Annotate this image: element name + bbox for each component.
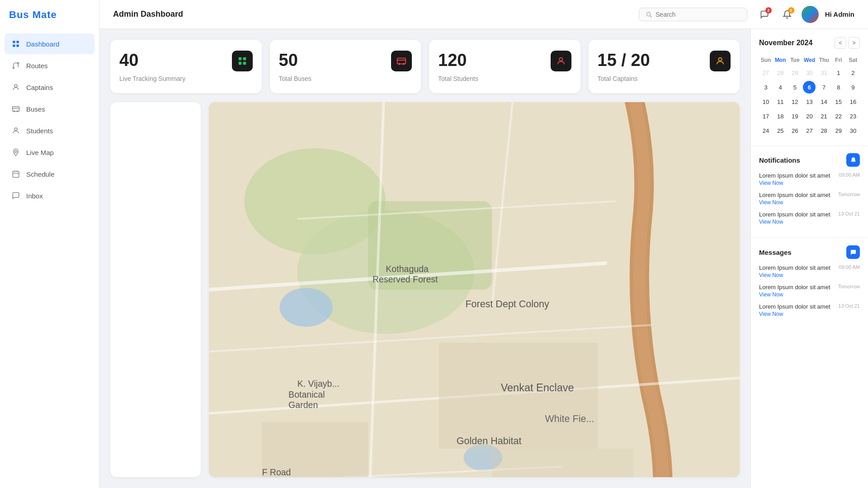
cal-day-4-2[interactable]: 26	[788, 124, 801, 137]
stat-label-total-students: Total Students	[438, 75, 571, 82]
sidebar-item-live-map[interactable]: Live Map	[5, 142, 94, 163]
svg-line-18	[650, 15, 651, 17]
calendar-grid: SunMonTueWedThuFriSat2728293031123456789…	[759, 55, 860, 137]
stat-label-live-tracking: Live Tracking Summary	[119, 75, 253, 82]
sidebar-label-students: Students	[26, 127, 53, 135]
avatar[interactable]	[802, 6, 819, 23]
svg-text:Forest Dept Colony: Forest Dept Colony	[465, 299, 549, 310]
cal-day-0-0[interactable]: 27	[760, 66, 772, 79]
svg-point-28	[718, 58, 722, 61]
stat-label-total-captains: Total Captains	[598, 75, 731, 82]
sidebar-item-routes[interactable]: Routes	[5, 55, 94, 76]
sidebar-item-dashboard[interactable]: Dashboard	[5, 33, 94, 54]
cal-day-2-5[interactable]: 15	[832, 95, 845, 108]
cal-day-0-6[interactable]: 2	[847, 66, 859, 79]
notif-link-0[interactable]: View Now	[759, 180, 860, 186]
sidebar-label-captains: Captains	[26, 84, 53, 91]
cal-day-1-4[interactable]: 7	[818, 81, 830, 94]
notif-time-1: Tomorrow	[838, 192, 860, 197]
cal-day-0-1[interactable]: 28	[774, 66, 787, 79]
cal-day-1-6[interactable]: 9	[847, 81, 859, 94]
cal-header-tue: Tue	[788, 55, 802, 65]
map-panel: Forest Dept Colony Kothaguda Reserved Fo…	[209, 102, 740, 477]
cal-day-4-4[interactable]: 28	[818, 124, 830, 137]
cal-day-3-1[interactable]: 18	[774, 110, 787, 122]
cal-day-2-6[interactable]: 16	[847, 95, 859, 108]
notifications-button[interactable]: 2	[756, 6, 773, 23]
svg-point-26	[403, 63, 404, 65]
cal-day-2-0[interactable]: 10	[760, 95, 772, 108]
cal-day-0-2[interactable]: 29	[788, 66, 801, 79]
notification-item-1: Lorem Ipsum dolor sit amet Tomorrow View…	[759, 192, 860, 206]
stat-cards: 40 Live Tracking Summary 50 Total Buses …	[110, 40, 740, 93]
main-area: Admin Dashboard 2 2 Hi Admin 40	[99, 0, 868, 488]
cal-day-4-5[interactable]: 29	[832, 124, 845, 137]
cal-day-3-2[interactable]: 19	[788, 110, 801, 122]
svg-point-6	[14, 84, 17, 87]
cal-header-fri: Fri	[832, 55, 845, 65]
cal-day-0-3[interactable]: 30	[803, 66, 816, 79]
cal-day-3-5[interactable]: 22	[832, 110, 845, 122]
sidebar-item-students[interactable]: Students	[5, 120, 94, 141]
notifications-title: Notifications	[759, 156, 800, 164]
cal-day-3-3[interactable]: 20	[803, 110, 816, 122]
cal-day-3-4[interactable]: 21	[818, 110, 830, 122]
notification-item-0: Lorem Ipsum dolor sit amet 09:00 AM View…	[759, 172, 860, 186]
calendar-next-button[interactable]: >	[848, 37, 860, 49]
messages-header: Messages	[759, 245, 860, 259]
msg-link-0[interactable]: View Now	[759, 272, 860, 278]
cal-day-1-2[interactable]: 5	[788, 81, 801, 94]
cal-day-0-4[interactable]: 31	[818, 66, 830, 79]
notifications-section: Notifications Lorem Ipsum dolor sit amet…	[751, 146, 868, 238]
svg-rect-1	[17, 41, 19, 43]
stat-card-top: 120	[438, 51, 571, 71]
sidebar-item-inbox[interactable]: Inbox	[5, 185, 94, 206]
notif-link-2[interactable]: View Now	[759, 219, 860, 225]
messages-chat-button[interactable]	[846, 245, 860, 259]
svg-rect-20	[243, 57, 245, 60]
msg-link-1[interactable]: View Now	[759, 291, 860, 298]
svg-text:White Fie...: White Fie...	[545, 414, 594, 425]
svg-point-10	[17, 111, 18, 112]
cal-day-4-3[interactable]: 27	[803, 124, 816, 137]
sidebar-item-captains[interactable]: Captains	[5, 77, 94, 98]
cal-day-0-5[interactable]: 1	[832, 66, 845, 79]
svg-point-11	[14, 128, 17, 131]
captains-icon	[11, 82, 21, 92]
notification-item-2: Lorem Ipsum dolor sit amet 13 Oct 21 Vie…	[759, 211, 860, 225]
search-input[interactable]	[656, 11, 741, 18]
sidebar-item-schedule[interactable]: Schedule	[5, 164, 94, 184]
calendar-prev-button[interactable]: <	[835, 37, 846, 49]
calendar-title: November 2024	[759, 39, 812, 47]
cal-day-2-3[interactable]: 13	[803, 95, 816, 108]
notifications-bell-button[interactable]	[846, 153, 860, 167]
cal-day-1-3[interactable]: 6	[803, 81, 816, 94]
notif-link-1[interactable]: View Now	[759, 199, 860, 206]
cal-day-3-0[interactable]: 17	[760, 110, 772, 122]
cal-day-4-1[interactable]: 25	[774, 124, 787, 137]
cal-header-thu: Thu	[817, 55, 831, 65]
map-svg: Forest Dept Colony Kothaguda Reserved Fo…	[209, 102, 740, 477]
cal-day-1-1[interactable]: 4	[774, 81, 787, 94]
cal-day-2-4[interactable]: 14	[818, 95, 830, 108]
cal-day-4-6[interactable]: 30	[847, 124, 859, 137]
cal-day-4-0[interactable]: 24	[760, 124, 772, 137]
cal-day-1-5[interactable]: 8	[832, 81, 845, 94]
svg-text:Venkat Enclave: Venkat Enclave	[501, 382, 574, 394]
map-inner: Forest Dept Colony Kothaguda Reserved Fo…	[209, 102, 740, 477]
sidebar-label-live-map: Live Map	[26, 149, 54, 156]
cal-day-2-1[interactable]: 11	[774, 95, 787, 108]
stat-label-total-buses: Total Buses	[279, 75, 412, 82]
sidebar-label-buses: Buses	[26, 105, 45, 113]
cal-day-3-6[interactable]: 23	[847, 110, 859, 122]
svg-text:K. Vijayb...: K. Vijayb...	[297, 379, 340, 389]
page-title: Admin Dashboard	[113, 9, 630, 19]
alerts-button[interactable]: 2	[779, 6, 795, 23]
search-box[interactable]	[639, 8, 747, 21]
sidebar-item-buses[interactable]: Buses	[5, 99, 94, 119]
bell-filled-icon	[850, 157, 857, 164]
cal-day-2-2[interactable]: 12	[788, 95, 801, 108]
brand-logo: Bus Mate	[0, 9, 99, 33]
cal-day-1-0[interactable]: 3	[760, 81, 772, 94]
msg-link-2[interactable]: View Now	[759, 311, 860, 317]
